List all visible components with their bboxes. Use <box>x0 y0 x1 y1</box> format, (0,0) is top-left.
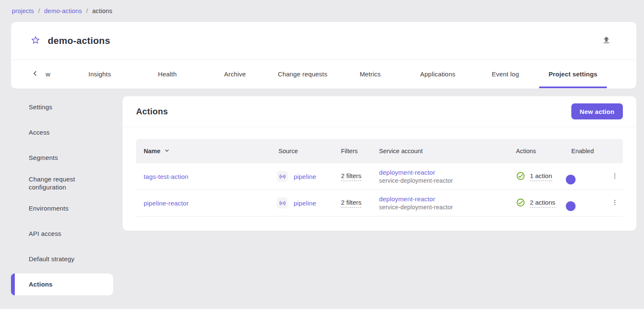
table-row: pipeline-reactor pipeline 2 filters depl… <box>136 190 623 216</box>
source-link[interactable]: pipeline <box>294 173 316 180</box>
new-action-button[interactable]: New action <box>571 103 623 119</box>
filters-count[interactable]: 2 filters <box>341 199 361 208</box>
signal-icon <box>277 171 288 182</box>
kebab-menu-icon <box>611 172 619 181</box>
breadcrumb-separator: / <box>86 8 88 14</box>
breadcrumb-current: actions <box>92 8 112 14</box>
service-account-link[interactable]: deployment-reactor <box>379 169 509 176</box>
kebab-menu-icon <box>611 199 619 208</box>
column-header-service-account: Service account <box>370 148 509 154</box>
service-account-link[interactable]: deployment-reactor <box>379 195 509 203</box>
column-header-actions: Actions <box>509 148 564 154</box>
column-header-filters: Filters <box>336 148 370 154</box>
action-name-link[interactable]: pipeline-reactor <box>144 200 189 207</box>
service-account-subtitle: service-deployment-reactor <box>379 177 509 184</box>
sidebar-item-label: Segments <box>29 154 58 162</box>
source-link[interactable]: pipeline <box>294 200 316 207</box>
upload-icon <box>602 35 611 46</box>
check-circle-icon <box>516 198 525 208</box>
tab-health[interactable]: Health <box>134 60 201 88</box>
actions-count[interactable]: 1 action <box>530 172 552 181</box>
sidebar-item-actions[interactable]: Actions <box>11 273 113 295</box>
column-header-enabled: Enabled <box>564 148 606 154</box>
project-card: demo-actions w Insights Health Archive C… <box>11 22 636 89</box>
service-account-subtitle: service-deployment-reactor <box>379 204 509 211</box>
breadcrumb-projects[interactable]: projects <box>12 8 34 14</box>
sidebar-item-environments[interactable]: Environments <box>11 197 113 219</box>
column-header-name[interactable]: Name <box>136 148 273 155</box>
actions-panel-header: Actions New action <box>123 96 636 127</box>
page-title: demo-actions <box>48 35 110 46</box>
sidebar-item-settings[interactable]: Settings <box>11 96 113 118</box>
settings-sidebar: Settings Access Segments Change request … <box>11 96 113 299</box>
breadcrumb-project[interactable]: demo-actions <box>44 8 82 14</box>
export-button[interactable] <box>600 35 613 47</box>
column-header-source: Source <box>273 148 336 154</box>
tab-overview-clipped[interactable]: w <box>41 60 58 88</box>
tab-applications[interactable]: Applications <box>404 60 472 88</box>
toggle-knob <box>566 175 576 184</box>
actions-table: Name Source Filters Service account Acti… <box>136 139 623 216</box>
tab-change-requests[interactable]: Change requests <box>269 60 336 88</box>
project-header: demo-actions <box>11 22 636 60</box>
tab-event-log[interactable]: Event log <box>472 60 539 88</box>
sidebar-item-api-access[interactable]: API access <box>11 223 113 245</box>
sidebar-item-label: Default strategy <box>29 255 74 263</box>
sidebar-item-label: Access <box>29 128 50 136</box>
tab-insights[interactable]: Insights <box>66 60 134 88</box>
tabs-scroll-left-button[interactable] <box>30 60 41 88</box>
breadcrumb: projects / demo-actions / actions <box>12 8 112 14</box>
signal-icon <box>277 197 288 208</box>
sidebar-item-default-strategy[interactable]: Default strategy <box>11 248 113 270</box>
action-name-link[interactable]: tags-test-action <box>144 173 188 180</box>
check-circle-icon <box>516 171 525 182</box>
sidebar-item-label: Actions <box>29 280 52 288</box>
bottom-edge <box>0 309 644 311</box>
sidebar-item-segments[interactable]: Segments <box>11 147 113 169</box>
actions-panel: Actions New action Name Source Filters S… <box>123 96 636 231</box>
sidebar-item-access[interactable]: Access <box>11 122 113 143</box>
sidebar-item-change-request-configuration[interactable]: Change request configuration <box>11 172 113 194</box>
panel-title: Actions <box>136 107 168 116</box>
sidebar-item-label: Change request configuration <box>29 175 107 191</box>
filters-count[interactable]: 2 filters <box>341 172 361 181</box>
sidebar-item-label: Environments <box>29 204 68 212</box>
toggle-knob <box>566 201 576 211</box>
actions-count[interactable]: 2 actions <box>530 199 555 208</box>
table-row: tags-test-action pipeline 2 filters depl… <box>136 163 623 190</box>
tab-archive[interactable]: Archive <box>201 60 269 88</box>
sidebar-item-label: Settings <box>29 103 52 111</box>
sidebar-item-label: API access <box>29 230 61 238</box>
star-icon <box>30 35 41 47</box>
column-header-label: Name <box>144 148 161 154</box>
row-menu-button[interactable] <box>609 197 621 209</box>
sort-desc-icon <box>164 148 170 155</box>
favorite-star-button[interactable] <box>30 35 41 47</box>
chevron-left-icon <box>32 70 38 78</box>
row-menu-button[interactable] <box>609 170 621 182</box>
tab-project-settings[interactable]: Project settings <box>539 60 607 88</box>
tab-metrics[interactable]: Metrics <box>336 60 404 88</box>
project-tabs: w Insights Health Archive Change request… <box>11 60 636 88</box>
table-header-row: Name Source Filters Service account Acti… <box>136 139 623 163</box>
breadcrumb-separator: / <box>38 8 40 14</box>
